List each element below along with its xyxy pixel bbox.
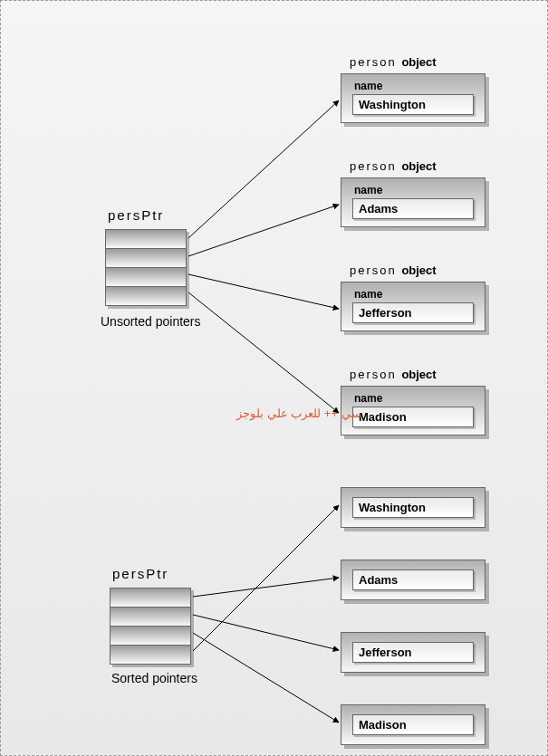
name-value: Jefferson <box>352 642 474 663</box>
name-value: Madison <box>352 714 474 735</box>
sorted-object-box: Madison <box>341 704 486 745</box>
pointer-cell <box>110 607 191 626</box>
pointer-cell <box>110 588 191 607</box>
svg-line-1 <box>188 205 339 256</box>
name-label: name <box>354 184 477 196</box>
diagram-canvas: persPtr Unsorted pointers person object … <box>0 0 548 756</box>
sorted-object-box: Washington <box>341 487 486 528</box>
svg-line-2 <box>188 274 339 309</box>
pointer-cell <box>105 229 187 248</box>
name-value: Jefferson <box>352 302 474 323</box>
name-value: Adams <box>352 198 474 219</box>
unsorted-caption: Unsorted pointers <box>101 314 201 329</box>
label-suffix: object <box>401 55 436 69</box>
name-value: Madison <box>352 407 474 427</box>
name-value: Adams <box>352 569 474 590</box>
sorted-caption: Sorted pointers <box>111 671 197 685</box>
person-object-label: person object <box>350 368 437 381</box>
svg-line-5 <box>193 615 339 650</box>
name-label: name <box>354 288 477 301</box>
name-label: name <box>354 80 477 92</box>
sorted-object-box: Jefferson <box>341 632 486 673</box>
label-prefix: person <box>350 159 397 173</box>
sorted-pointer-array <box>110 588 191 665</box>
watermark-text: سي ++ للعرب علي بلوجز <box>236 407 361 420</box>
person-object-box: name Washington <box>341 73 486 123</box>
label-prefix: person <box>350 368 397 381</box>
svg-line-6 <box>193 633 339 723</box>
person-object-label: person object <box>350 263 437 277</box>
person-object-label: person object <box>350 159 437 173</box>
person-object-label: person object <box>350 55 437 69</box>
pointer-cell <box>110 645 191 665</box>
pointer-cell <box>110 626 191 645</box>
sorted-object-box: Adams <box>341 560 486 600</box>
label-suffix: object <box>401 263 436 277</box>
person-object-box: name Adams <box>341 177 486 227</box>
name-value: Washington <box>352 497 474 518</box>
person-object-box: name Madison <box>341 386 486 435</box>
name-label: name <box>354 392 477 405</box>
svg-line-7 <box>193 505 339 651</box>
label-prefix: person <box>350 263 397 277</box>
label-suffix: object <box>401 368 436 381</box>
svg-line-4 <box>193 578 339 597</box>
svg-line-0 <box>188 100 339 238</box>
pointer-cell <box>105 267 187 286</box>
pointer-cell <box>105 248 187 267</box>
pointer-cell <box>105 286 187 306</box>
label-prefix: person <box>350 55 397 69</box>
svg-line-3 <box>188 292 339 413</box>
person-object-box: name Jefferson <box>341 282 486 331</box>
unsorted-persptr-label: persPtr <box>108 207 164 223</box>
unsorted-pointer-array <box>105 229 187 306</box>
name-value: Washington <box>352 94 474 115</box>
label-suffix: object <box>401 159 436 173</box>
sorted-persptr-label: persPtr <box>112 566 168 581</box>
